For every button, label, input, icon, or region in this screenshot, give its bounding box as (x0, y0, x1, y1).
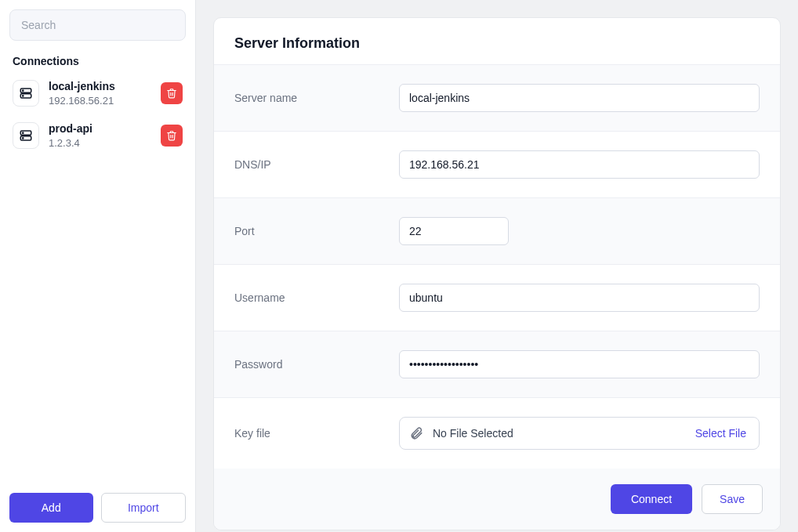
delete-connection-button[interactable] (161, 125, 183, 147)
search-input[interactable] (9, 9, 186, 41)
connection-text: prod-api 1.2.3.4 (49, 122, 151, 149)
delete-connection-button[interactable] (161, 82, 183, 104)
main-panel: Server Information Server name DNS/IP Po… (196, 0, 798, 532)
connections-heading: Connections (13, 55, 186, 67)
form-row-server-name: Server name (214, 65, 780, 132)
server-info-card: Server Information Server name DNS/IP Po… (213, 17, 781, 530)
label-server-name: Server name (234, 92, 399, 104)
password-input[interactable] (399, 350, 760, 378)
label-keyfile: Key file (234, 427, 399, 440)
label-host: DNS/IP (234, 158, 399, 171)
connection-name: prod-api (49, 122, 151, 136)
label-port: Port (234, 225, 399, 237)
connection-name: local-jenkins (49, 80, 151, 93)
svg-point-2 (23, 90, 24, 91)
form-row-port: Port (214, 198, 780, 265)
server-icon (13, 80, 39, 107)
save-button[interactable]: Save (702, 484, 763, 514)
connection-text: local-jenkins 192.168.56.21 (49, 80, 151, 107)
sidebar: Connections local-jenkins 192.168.56.21 (0, 0, 196, 532)
form-row-host: DNS/IP (214, 132, 780, 198)
form-row-password: Password (214, 331, 780, 398)
svg-point-6 (23, 132, 24, 133)
sidebar-actions: Add Import (9, 493, 186, 523)
server-icon (13, 122, 39, 149)
connection-host: 192.168.56.21 (49, 95, 151, 107)
label-username: Username (234, 291, 399, 304)
connection-host: 1.2.3.4 (49, 137, 151, 149)
card-footer: Connect Save (214, 469, 780, 530)
select-file-link[interactable]: Select File (695, 427, 746, 440)
connection-row[interactable]: local-jenkins 192.168.56.21 (9, 75, 186, 111)
keyfile-picker[interactable]: No File Selected Select File (399, 417, 760, 450)
username-input[interactable] (399, 284, 760, 312)
host-input[interactable] (399, 150, 760, 179)
connection-row[interactable]: prod-api 1.2.3.4 (9, 118, 186, 154)
port-input[interactable] (399, 217, 509, 245)
connect-button[interactable]: Connect (611, 484, 692, 514)
form-row-username: Username (214, 265, 780, 331)
label-password: Password (234, 358, 399, 371)
add-button[interactable]: Add (9, 493, 93, 523)
svg-point-7 (23, 138, 24, 139)
attachment-icon (409, 426, 423, 440)
keyfile-status: No File Selected (433, 427, 686, 440)
trash-icon (166, 130, 177, 141)
server-name-input[interactable] (399, 84, 760, 112)
card-title: Server Information (214, 18, 780, 65)
form-row-keyfile: Key file No File Selected Select File (214, 398, 780, 469)
svg-point-3 (23, 96, 24, 96)
import-button[interactable]: Import (101, 493, 187, 523)
trash-icon (166, 88, 177, 99)
